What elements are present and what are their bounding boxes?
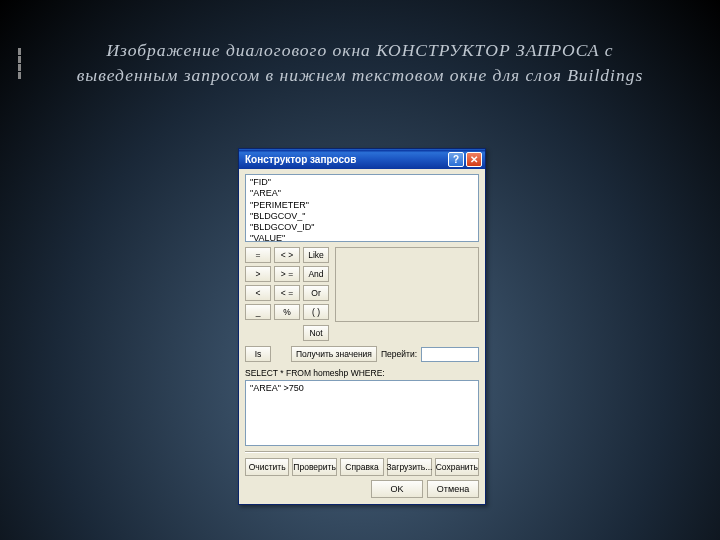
goto-input[interactable] [421, 347, 479, 362]
op-ge-button[interactable]: > = [274, 266, 300, 282]
slide-title: Изображение диалогового окна КОНСТРУКТОР… [0, 0, 720, 89]
values-panel [335, 247, 479, 322]
field-item[interactable]: "PERIMETER" [250, 200, 474, 211]
op-like-button[interactable]: Like [303, 247, 329, 263]
load-button[interactable]: Загрузить... [387, 458, 431, 476]
op-is-button[interactable]: Is [245, 346, 271, 362]
cancel-button[interactable]: Отмена [427, 480, 479, 498]
select-from-label: SELECT * FROM homeshp WHERE: [245, 368, 479, 378]
separator [245, 451, 479, 452]
clear-button[interactable]: Очистить [245, 458, 289, 476]
op-lt-button[interactable]: < [245, 285, 271, 301]
help-icon[interactable]: ? [448, 152, 464, 167]
field-item[interactable]: "FID" [250, 177, 474, 188]
field-item[interactable]: "AREA" [250, 188, 474, 199]
field-item[interactable]: "BLDGCOV_ID" [250, 222, 474, 233]
dialog-title: Конструктор запросов [245, 154, 446, 165]
op-le-button[interactable]: < = [274, 285, 300, 301]
op-percent-button[interactable]: % [274, 304, 300, 320]
fields-listbox[interactable]: "FID" "AREA" "PERIMETER" "BLDGCOV_" "BLD… [245, 174, 479, 242]
op-underscore-button[interactable]: _ [245, 304, 271, 320]
verify-button[interactable]: Проверить [292, 458, 336, 476]
close-icon[interactable]: ✕ [466, 152, 482, 167]
ok-button[interactable]: OK [371, 480, 423, 498]
save-button[interactable]: Сохранить [435, 458, 479, 476]
op-or-button[interactable]: Or [303, 285, 329, 301]
op-gt-button[interactable]: > [245, 266, 271, 282]
op-not-button[interactable]: Not [303, 325, 329, 341]
field-item[interactable]: "BLDGCOV_" [250, 211, 474, 222]
titlebar[interactable]: Конструктор запросов ? ✕ [239, 149, 485, 169]
help-button[interactable]: Справка [340, 458, 384, 476]
query-builder-dialog: Конструктор запросов ? ✕ "FID" "AREA" "P… [238, 148, 486, 505]
op-and-button[interactable]: And [303, 266, 329, 282]
field-item[interactable]: "VALUE" [250, 233, 474, 242]
slide-edit-marks [18, 48, 21, 80]
op-paren-button[interactable]: ( ) [303, 304, 329, 320]
goto-label: Перейти: [381, 349, 417, 359]
op-eq-button[interactable]: = [245, 247, 271, 263]
get-values-button[interactable]: Получить значения [291, 346, 377, 362]
where-clause-textarea[interactable]: "AREA" >750 [245, 380, 479, 446]
op-ne-button[interactable]: < > [274, 247, 300, 263]
